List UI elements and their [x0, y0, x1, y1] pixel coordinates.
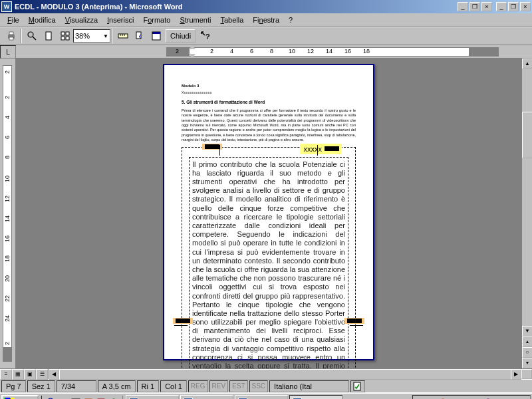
task-button-3[interactable]: WECD...	[289, 395, 342, 399]
resize-grip[interactable]	[521, 369, 532, 379]
ql-app2-icon[interactable]	[95, 396, 107, 399]
shrink-button[interactable]	[132, 29, 147, 43]
close-button[interactable]: ×	[520, 2, 531, 11]
doc-close-button[interactable]: ×	[481, 2, 492, 11]
workspace: 2 2 4 6 8 10 12 14 16 18 20 22 24 2 Modu…	[0, 59, 532, 368]
status-at: A 3,5 cm	[98, 380, 136, 392]
ql-desktop-icon[interactable]	[70, 396, 82, 399]
page-preview: Modulo 3 Xxxxxxxxxxxxxxx 5. Gli strument…	[163, 64, 374, 360]
ql-app3-icon[interactable]	[108, 396, 120, 399]
preview-toolbar: 38%▼ Chiudi ?	[0, 27, 532, 45]
zoom-combo[interactable]: 38%▼	[73, 29, 110, 43]
vertical-ruler[interactable]: 2 2 4 6 8 10 12 14 16 18 20 22 24 2	[0, 59, 16, 368]
context-help-button[interactable]: ?	[198, 29, 213, 43]
status-page: Pg 7	[1, 380, 26, 392]
task-button-1[interactable]: eecdl	[180, 395, 233, 399]
svg-rect-1	[9, 32, 13, 35]
svg-rect-10	[118, 34, 128, 38]
svg-rect-7	[66, 32, 69, 35]
zoom-value: 38%	[75, 32, 90, 40]
page-subheader: Xxxxxxxxxxxxxxx	[182, 90, 356, 95]
page-header: Modulo 3	[182, 84, 356, 89]
horizontal-scrollbar[interactable]: ◀ ▶	[48, 369, 521, 379]
window-title: ECDL - MODULO 3 (Anteprima) - Microsoft …	[15, 3, 456, 11]
prev-page-button[interactable]: ▴	[522, 336, 532, 347]
status-trk[interactable]: REV	[209, 380, 229, 392]
restore-button[interactable]: ❐	[508, 2, 519, 11]
svg-point-3	[28, 32, 33, 37]
svg-rect-18	[354, 382, 360, 390]
web-view-button[interactable]: ▦	[12, 369, 24, 380]
close-preview-button[interactable]: Chiudi	[166, 29, 196, 43]
svg-rect-5	[46, 32, 51, 40]
task-button-0[interactable]: WWind...	[126, 395, 179, 399]
hscroll-thumb[interactable]	[59, 369, 511, 380]
taskbar: Start e WWind...eecdlAAdob...WECD... P 1…	[0, 392, 532, 399]
menu-visualizza[interactable]: Visualizza	[61, 15, 102, 25]
status-bar: Pg 7 Sez 1 7/34 A 3,5 cm Ri 1 Col 1 REG …	[0, 379, 532, 392]
scroll-left-button[interactable]: ◀	[49, 369, 59, 380]
browse-object-button[interactable]: ○	[522, 347, 532, 358]
print-view-button[interactable]: ▣	[24, 369, 36, 380]
menu-file[interactable]: File	[3, 15, 24, 25]
ql-outlook-icon[interactable]	[57, 396, 69, 399]
task-button-2[interactable]: AAdob...	[235, 395, 288, 399]
print-button[interactable]	[3, 29, 19, 43]
svg-rect-16	[152, 32, 160, 34]
status-language[interactable]: Italiano (Ital	[269, 380, 349, 392]
minimize-button[interactable]: _	[496, 2, 507, 11]
bottom-scroll-row: ≡ ▦ ▣ ☰ ◀ ▶	[0, 368, 532, 379]
scroll-right-button[interactable]: ▶	[511, 369, 521, 380]
menu-finestra[interactable]: Finestra	[248, 15, 284, 25]
scroll-thumb[interactable]	[522, 112, 532, 158]
diagram-label-top-right: xxxxx	[300, 144, 342, 154]
menu-strumenti[interactable]: Strumenti	[175, 15, 215, 25]
indent-marker-icon[interactable]	[189, 54, 196, 58]
fullscreen-button[interactable]	[148, 29, 164, 43]
ruler-row: L 2 2 4 6 8 10 12 14 16 18	[0, 45, 532, 59]
ql-app1-icon[interactable]	[82, 396, 94, 399]
status-section: Sez 1	[27, 380, 55, 392]
status-ovr[interactable]: SSC	[249, 380, 269, 392]
horizontal-ruler[interactable]: 2 2 4 6 8 10 12 14 16 18	[166, 45, 499, 58]
menu-modifica[interactable]: Modifica	[24, 15, 61, 25]
menu-formato[interactable]: Formato	[138, 15, 175, 25]
multi-page-button[interactable]	[57, 29, 72, 43]
svg-rect-9	[66, 37, 69, 40]
normal-view-button[interactable]: ≡	[0, 369, 12, 380]
document-area[interactable]: Modulo 3 Xxxxxxxxxxxxxxx 5. Gli strument…	[16, 59, 521, 368]
magnifier-button[interactable]	[24, 29, 39, 43]
menu-tabella[interactable]: Tabella	[215, 15, 248, 25]
svg-rect-2	[9, 37, 13, 40]
next-page-button[interactable]: ▾	[522, 358, 532, 368]
spell-status-icon[interactable]	[350, 380, 365, 392]
menu-bar: File Modifica Visualizza Inserisci Forma…	[0, 13, 532, 27]
doc-restore-button[interactable]: ❐	[469, 2, 480, 11]
diagram-label-mid-right	[344, 318, 364, 324]
outline-view-button[interactable]: ☰	[36, 369, 48, 380]
doc-minimize-button[interactable]: _	[458, 2, 468, 11]
app-icon: W	[1, 1, 12, 12]
body-paragraph: Prima di elencare i comandi che il progr…	[182, 108, 356, 143]
layout-diagram: xxxxx Il primo contributo che la scuola …	[182, 147, 356, 368]
status-ext[interactable]: EST	[229, 380, 247, 392]
title-bar: W ECDL - MODULO 3 (Anteprima) - Microsof…	[0, 0, 532, 13]
indent-marker-icon[interactable]	[189, 45, 196, 49]
scroll-up-button[interactable]: ▲	[522, 59, 532, 69]
start-button[interactable]: Start	[1, 395, 39, 399]
scroll-down-button[interactable]: ▼	[522, 326, 532, 336]
menu-help[interactable]: ?	[284, 15, 297, 25]
status-rec[interactable]: REG	[188, 380, 208, 392]
ruler-button[interactable]	[115, 29, 130, 43]
diagram-inner-text: Il primo contributo che la scuola Potenz…	[189, 157, 348, 368]
svg-rect-8	[61, 37, 65, 40]
quick-launch: e	[41, 396, 123, 399]
one-page-button[interactable]	[41, 29, 56, 43]
tab-selector[interactable]: L	[0, 45, 16, 59]
svg-text:?: ?	[205, 33, 210, 41]
vertical-scrollbar[interactable]: ▲ ▼ ▴ ○ ▾	[521, 59, 532, 368]
ql-ie-icon[interactable]: e	[45, 396, 57, 399]
svg-rect-6	[61, 32, 65, 35]
svg-line-4	[33, 37, 36, 40]
menu-inserisci[interactable]: Inserisci	[102, 15, 138, 25]
